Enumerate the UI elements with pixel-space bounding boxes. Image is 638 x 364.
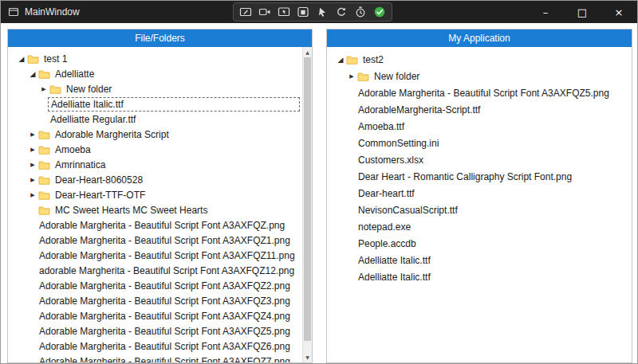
- tree-item[interactable]: NevisonCasualScript.ttf: [327, 202, 632, 218]
- tree-item[interactable]: ▶Dear-Heart-8060528: [8, 172, 302, 187]
- tree-item-label: Adorable Margherita - Beautiful Script F…: [37, 355, 293, 363]
- tree-item-label: New folder: [372, 70, 422, 83]
- tree-item[interactable]: MC Sweet Hearts MC Sweet Hearts: [8, 202, 302, 217]
- tree-item-label: Adorable Margherita - Beautiful Script F…: [37, 249, 297, 262]
- file-folders-panel-header: File/Folders: [8, 29, 312, 47]
- folder-icon: [38, 160, 53, 170]
- tree-item-label: Customers.xlsx: [356, 154, 426, 166]
- close-button[interactable]: ×: [601, 1, 637, 23]
- tree-item[interactable]: ◢test 1: [8, 51, 302, 66]
- capture-toolbar: [233, 2, 392, 22]
- success-check-icon[interactable]: [373, 6, 386, 18]
- folder-icon: [49, 84, 64, 94]
- expander-collapsed-icon[interactable]: ▶: [27, 177, 38, 183]
- timer-icon[interactable]: [354, 6, 367, 18]
- expander-collapsed-icon[interactable]: ▶: [346, 73, 357, 80]
- tree-item[interactable]: Amoeba.ttf: [327, 118, 632, 135]
- tree-item[interactable]: ▶New folder: [327, 68, 632, 84]
- file-folders-panel: File/Folders ◢test 1◢Adelliatte▶New fold…: [7, 29, 313, 363]
- tree-item-label: Adorable Margherita - Beautiful Script F…: [37, 219, 287, 232]
- vertical-scrollbar[interactable]: ▲ ▼: [302, 47, 312, 362]
- screen-pointer-icon[interactable]: [278, 6, 290, 18]
- minimize-button[interactable]: –: [527, 1, 564, 23]
- tree-item[interactable]: AdorableMargherita-Script.ttf: [327, 101, 632, 118]
- tree-item[interactable]: Adorable Margherita - Beautiful Script F…: [8, 354, 302, 362]
- screen-annotate-icon[interactable]: [239, 6, 252, 18]
- tree-item-label: New folder: [64, 83, 114, 96]
- tree-item[interactable]: ▶Amoeba: [8, 142, 302, 157]
- expander-collapsed-icon[interactable]: ▶: [27, 162, 38, 168]
- tree-item[interactable]: Adelliatte Italic.ttf: [327, 268, 632, 285]
- tree-item-label: Adelliatte: [53, 68, 96, 80]
- expander-collapsed-icon[interactable]: ▶: [27, 131, 38, 138]
- tree-item-label: Adorable Margherita - Beautiful Script F…: [356, 87, 612, 100]
- scroll-up-button[interactable]: ▲: [303, 47, 312, 57]
- tree-item[interactable]: Adorable Margherita - Beautiful Script F…: [8, 248, 302, 263]
- video-camera-icon[interactable]: [258, 6, 271, 18]
- tree-item-label: Adorable Margherita - Beautiful Script F…: [37, 340, 293, 353]
- refresh-icon[interactable]: [335, 6, 348, 18]
- expander-collapsed-icon[interactable]: ▶: [27, 147, 38, 153]
- tree-item[interactable]: Customers.xlsx: [327, 151, 632, 168]
- tree-item-label: Adorable Margherita Script: [53, 128, 171, 141]
- tree-item[interactable]: Adorable Margherita - Beautiful Script F…: [327, 84, 632, 101]
- tree-item[interactable]: People.accdb: [327, 235, 632, 252]
- tree-item[interactable]: Dear Heart - Romantic Calligraphy Script…: [327, 168, 632, 185]
- tree-item[interactable]: notepad.exe: [327, 218, 632, 235]
- scroll-down-button[interactable]: ▼: [303, 352, 312, 362]
- scrollbar-thumb[interactable]: [304, 57, 311, 341]
- tree-item[interactable]: ◢test2: [327, 51, 632, 68]
- tree-item[interactable]: Adelliatte Italic.ttf: [327, 252, 632, 268]
- tree-item-label: MC Sweet Hearts MC Sweet Hearts: [53, 204, 210, 217]
- my-application-panel: My Application ◢test2▶New folderAdorable…: [326, 29, 632, 363]
- tree-item[interactable]: ▶New folder: [8, 81, 302, 96]
- tree-item-label: Amoeba: [53, 143, 93, 156]
- tree-item[interactable]: ▶Amrinnatica: [8, 157, 302, 172]
- expander-expanded-icon[interactable]: ◢: [27, 70, 38, 78]
- tree-item-label: notepad.exe: [356, 221, 413, 233]
- tree-item-label: Adorable Margherita - Beautiful Script F…: [37, 234, 293, 247]
- tree-item[interactable]: Adorable Margherita - Beautiful Script F…: [8, 217, 302, 233]
- maximize-button[interactable]: □: [564, 1, 601, 23]
- tree-item[interactable]: Adorable Margherita - Beautiful Script F…: [8, 233, 302, 248]
- window-controls: – □ ×: [527, 1, 637, 23]
- tree-item-label: test2: [360, 53, 386, 66]
- expander-expanded-icon[interactable]: ◢: [335, 56, 346, 64]
- my-application-panel-header: My Application: [327, 29, 632, 47]
- folder-icon: [38, 145, 53, 155]
- tree-item[interactable]: Dear-heart.ttf: [327, 185, 632, 202]
- tree-item[interactable]: Adorable Margherita - Beautiful Script F…: [8, 339, 302, 354]
- tree-item[interactable]: Adelliatte Regular.ttf: [8, 112, 302, 127]
- tree-item-label: Dear-heart.ttf: [356, 187, 417, 200]
- tree-item-label: Adelliatte Italic.ttf: [356, 254, 433, 267]
- tree-item-label: adorable Margherita - Beautiful Script F…: [37, 264, 297, 277]
- tree-item-label: Adelliatte Italic.ttf: [356, 271, 433, 284]
- tree-item[interactable]: ▶Dear-Heart-TTF-OTF: [8, 187, 302, 202]
- folder-icon: [38, 130, 53, 139]
- tree-item[interactable]: CommonSetting.ini: [327, 135, 632, 151]
- tree-item[interactable]: ◢Adelliatte: [8, 66, 302, 81]
- tree-item-label: AdorableMargherita-Script.ttf: [356, 104, 482, 116]
- expander-expanded-icon[interactable]: ◢: [16, 55, 27, 63]
- folder-icon: [346, 55, 360, 65]
- tree-item-label: NevisonCasualScript.ttf: [356, 204, 460, 217]
- tree-item-label: test 1: [41, 53, 69, 65]
- tree-item[interactable]: Adorable Margherita - Beautiful Script F…: [8, 278, 302, 293]
- tree-item[interactable]: Adorable Margherita - Beautiful Script F…: [8, 293, 302, 308]
- window-title: MainWindow: [25, 6, 80, 18]
- folder-icon: [38, 205, 53, 215]
- cursor-icon[interactable]: [316, 6, 329, 18]
- tree-item-label: Amoeba.ttf: [356, 120, 407, 133]
- tree-item[interactable]: Adelliatte Italic.ttf: [8, 96, 302, 112]
- expander-collapsed-icon[interactable]: ▶: [27, 192, 38, 198]
- tree-item[interactable]: Adorable Margherita - Beautiful Script F…: [8, 323, 302, 339]
- stop-recording-icon[interactable]: [297, 6, 309, 18]
- my-application-tree: ◢test2▶New folderAdorable Margherita - B…: [327, 47, 632, 362]
- tree-item[interactable]: ▶Adorable Margherita Script: [8, 127, 302, 142]
- app-icon: [8, 6, 19, 18]
- tree-item[interactable]: Adorable Margherita - Beautiful Script F…: [8, 308, 302, 323]
- expander-collapsed-icon[interactable]: ▶: [38, 86, 49, 92]
- tree-item[interactable]: adorable Margherita - Beautiful Script F…: [8, 263, 302, 278]
- folder-icon: [357, 72, 372, 81]
- tree-item-label: CommonSetting.ini: [356, 137, 441, 150]
